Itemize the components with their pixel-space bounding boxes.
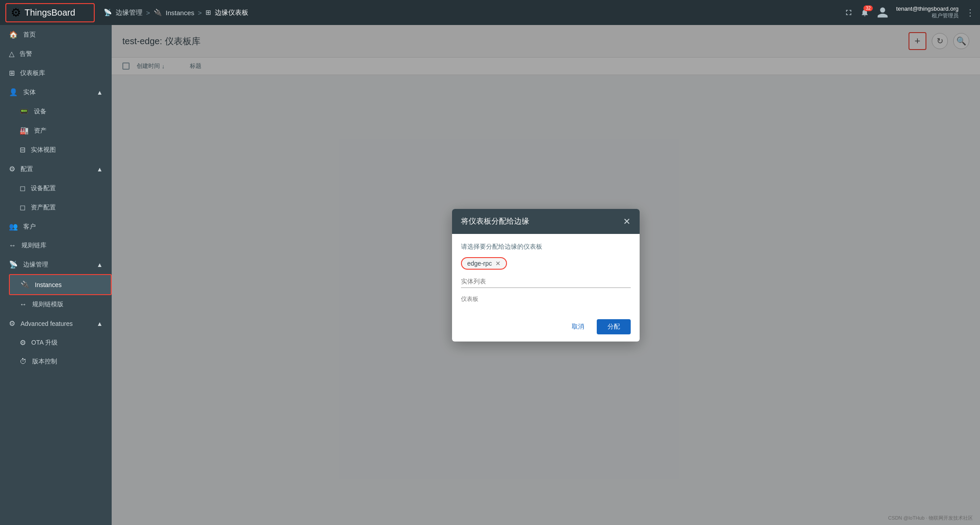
dashboard-icon: ⊞ [9, 69, 15, 77]
alert-icon: △ [9, 50, 14, 58]
sidebar-label-alerts: 告警 [20, 50, 32, 58]
sidebar-section-edge[interactable]: 📡 边缘管理 ▲ [0, 255, 112, 274]
edge-section-label: 边缘管理 [23, 261, 48, 269]
config-chevron-icon: ▲ [96, 166, 103, 173]
sidebar-section-config[interactable]: ⚙ 配置 ▲ [0, 159, 112, 179]
config-section-icon: ⚙ [9, 165, 15, 173]
advanced-section-icon: ⚙ [9, 319, 15, 328]
entities-section-left: 👤 实体 [9, 88, 36, 96]
sidebar-label-dashboards: 仪表板库 [20, 69, 45, 77]
entities-sub: 📟 设备 🏭 资产 ⊟ 实体视图 [0, 102, 112, 159]
topbar-right: 32 tenant@thingsboard.org 租户管理员 ⋮ [844, 5, 975, 20]
sidebar-section-entities[interactable]: 👤 实体 ▲ [0, 83, 112, 102]
dialog-title: 将仪表板分配给边缘 [461, 216, 529, 226]
config-sub: ◻ 设备配置 ◻ 资产配置 [0, 179, 112, 217]
sidebar-label-device-config: 设备配置 [31, 184, 56, 192]
sidebar-item-customers[interactable]: 👥 客户 [0, 217, 112, 236]
dialog-close-button[interactable]: ✕ [623, 216, 631, 227]
entity-list-input[interactable] [461, 275, 631, 288]
chip-label: edge-rpc [467, 260, 492, 267]
breadcrumb: 📡 边缘管理 > 🔌 Instances > ⊞ 边缘仪表板 [104, 8, 844, 17]
avatar-button[interactable] [876, 6, 889, 19]
ota-icon: ⚙ [20, 338, 26, 347]
sidebar-item-instances[interactable]: 🔌 Instances [9, 274, 112, 295]
entities-section-label: 实体 [23, 88, 36, 96]
advanced-chevron-icon: ▲ [96, 320, 103, 327]
edge-section-left: 📡 边缘管理 [9, 260, 48, 269]
logo-icon: ⚙ [11, 6, 21, 20]
modal-overlay: 将仪表板分配给边缘 ✕ 请选择要分配给边缘的仪表板 edge-rpc ✕ 仪表板… [112, 25, 980, 525]
version-control-icon: ⏱ [20, 358, 27, 366]
more-button[interactable]: ⋮ [966, 7, 975, 18]
rule-chain-templates-icon: ↔ [20, 300, 27, 308]
sidebar-item-assets[interactable]: 🏭 资产 [9, 121, 112, 140]
dialog-subtitle: 请选择要分配给边缘的仪表板 [461, 243, 631, 251]
sidebar-label-ota: OTA 升级 [31, 339, 58, 347]
customers-icon: 👥 [9, 222, 18, 231]
edge-sub: 🔌 Instances ↔ 规则链模版 [0, 274, 112, 314]
entity-section-icon: 👤 [9, 88, 18, 96]
user-email: tenant@thingsboard.org [896, 5, 959, 12]
breadcrumb-sep2: > [198, 9, 202, 17]
sidebar-item-alerts[interactable]: △ 告警 [0, 44, 112, 63]
rule-chains-icon: ↔ [9, 242, 16, 250]
dialog-info-row: 仪表板 [461, 295, 631, 303]
sidebar-item-version-control[interactable]: ⏱ 版本控制 [9, 352, 112, 371]
sidebar-item-entity-views[interactable]: ⊟ 实体视图 [9, 140, 112, 159]
edge-section-icon: 📡 [9, 260, 18, 269]
devices-icon: 📟 [20, 107, 29, 116]
notification-button[interactable]: 32 [860, 8, 869, 17]
entities-chevron-icon: ▲ [96, 89, 103, 96]
sidebar-label-instances: Instances [35, 281, 62, 288]
entity-views-icon: ⊟ [20, 146, 25, 154]
edge-chevron-icon: ▲ [96, 261, 103, 268]
breadcrumb-icon-instances: 🔌 [154, 8, 162, 17]
notification-badge: 32 [863, 5, 873, 11]
config-section-left: ⚙ 配置 [9, 165, 33, 173]
sidebar-section-advanced[interactable]: ⚙ Advanced features ▲ [0, 314, 112, 333]
breadcrumb-icon-edge: 📡 [104, 8, 112, 17]
sidebar-item-devices[interactable]: 📟 设备 [9, 102, 112, 121]
advanced-section-left: ⚙ Advanced features [9, 319, 73, 328]
asset-config-icon: ◻ [20, 203, 25, 212]
instances-icon: 🔌 [21, 280, 29, 289]
sidebar-label-home: 首页 [23, 31, 36, 39]
logo[interactable]: ⚙ ThingsBoard [5, 3, 95, 22]
sidebar-item-rule-chain-templates[interactable]: ↔ 规则链模版 [9, 295, 112, 314]
sidebar-item-dashboards[interactable]: ⊞ 仪表板库 [0, 63, 112, 83]
advanced-sub: ⚙ OTA 升级 ⏱ 版本控制 [0, 333, 112, 371]
main-content: test-edge: 仪表板库 + ↻ 🔍 创建时间 ↓ 标题 [112, 25, 980, 525]
info-text: 仪表板 [461, 295, 478, 303]
advanced-section-label: Advanced features [21, 320, 73, 327]
config-section-label: 配置 [21, 165, 33, 173]
breadcrumb-edge: 边缘管理 [116, 8, 142, 17]
assign-button[interactable]: 分配 [597, 319, 631, 334]
breadcrumb-active: 边缘仪表板 [215, 8, 248, 17]
sidebar-label-customers: 客户 [23, 223, 36, 231]
sidebar-item-device-config[interactable]: ◻ 设备配置 [9, 179, 112, 198]
sidebar: 🏠 首页 △ 告警 ⊞ 仪表板库 👤 实体 ▲ 📟 设备 🏭 [0, 25, 112, 525]
sidebar-label-version-control: 版本控制 [32, 358, 57, 366]
sidebar-label-devices: 设备 [34, 108, 46, 116]
home-icon: 🏠 [9, 30, 18, 39]
user-info: tenant@thingsboard.org 租户管理员 [896, 5, 959, 20]
dialog-assign-dashboard: 将仪表板分配给边缘 ✕ 请选择要分配给边缘的仪表板 edge-rpc ✕ 仪表板… [452, 209, 640, 342]
assets-icon: 🏭 [20, 126, 29, 135]
dialog-footer: 取消 分配 [452, 312, 640, 342]
cancel-button[interactable]: 取消 [565, 319, 591, 334]
sidebar-item-rule-chains[interactable]: ↔ 规则链库 [0, 236, 112, 255]
sidebar-label-entity-views: 实体视图 [31, 146, 56, 154]
sidebar-label-assets: 资产 [34, 127, 46, 135]
user-role: 租户管理员 [932, 12, 959, 20]
sidebar-item-asset-config[interactable]: ◻ 资产配置 [9, 198, 112, 217]
chip-remove-button[interactable]: ✕ [495, 260, 501, 267]
dialog-header: 将仪表板分配给边缘 ✕ [452, 209, 640, 234]
device-config-icon: ◻ [20, 184, 25, 192]
sidebar-item-home[interactable]: 🏠 首页 [0, 25, 112, 44]
sidebar-label-rule-chain-templates: 规则链模版 [32, 300, 63, 308]
chip-input-container: edge-rpc ✕ [461, 257, 507, 270]
fullscreen-button[interactable] [844, 8, 853, 17]
breadcrumb-sep1: > [146, 9, 150, 17]
logo-text: ThingsBoard [25, 8, 75, 18]
sidebar-item-ota[interactable]: ⚙ OTA 升级 [9, 333, 112, 352]
